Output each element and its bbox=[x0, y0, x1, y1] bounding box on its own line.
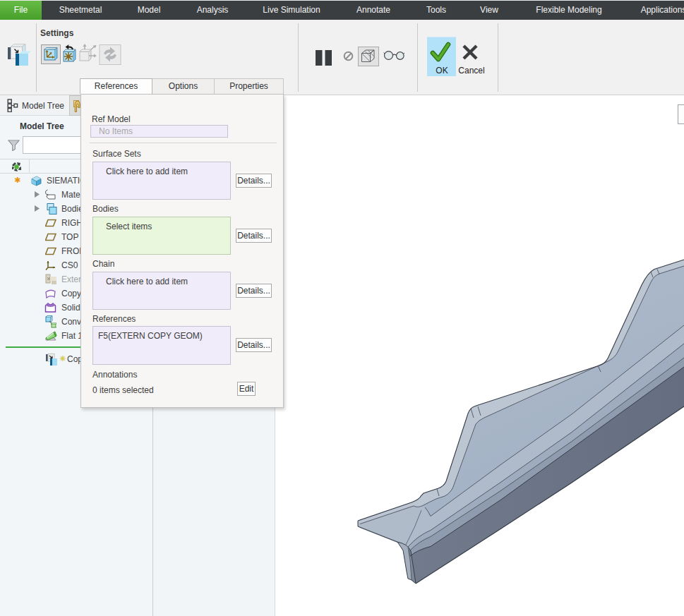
svg-text:OK: OK bbox=[436, 66, 448, 76]
svg-text:Cancel: Cancel bbox=[458, 66, 484, 76]
